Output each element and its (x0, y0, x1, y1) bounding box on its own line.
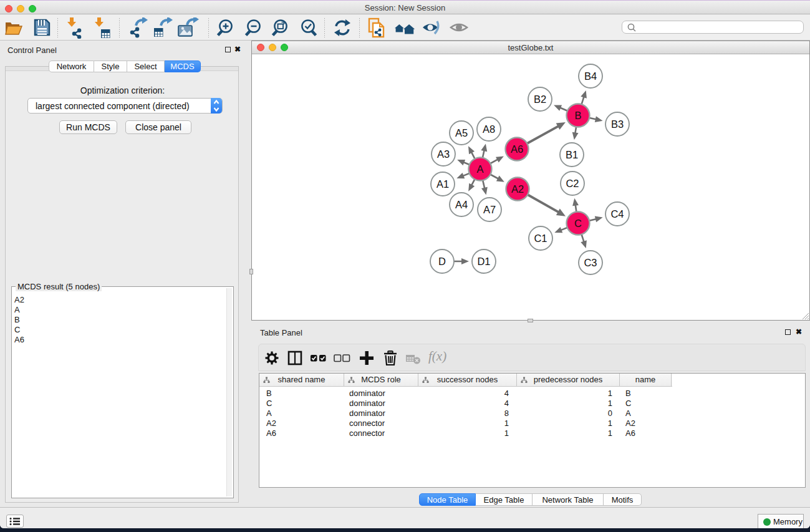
svg-text:A3: A3 (437, 148, 450, 160)
svg-text:A5: A5 (455, 127, 468, 138)
svg-text:A: A (476, 163, 483, 175)
svg-text:A7: A7 (483, 204, 496, 215)
svg-text:A8: A8 (483, 123, 495, 135)
svg-text:B4: B4 (584, 70, 597, 82)
svg-text:B1: B1 (566, 149, 578, 160)
svg-text:D1: D1 (477, 256, 490, 267)
svg-text:A2: A2 (511, 183, 524, 195)
svg-text:D: D (438, 256, 446, 267)
svg-text:C4: C4 (610, 208, 624, 220)
svg-text:A1: A1 (436, 178, 449, 190)
svg-text:C2: C2 (566, 178, 579, 189)
svg-text:C: C (574, 218, 582, 229)
svg-text:A6: A6 (511, 143, 523, 155)
svg-text:B2: B2 (534, 94, 546, 105)
svg-text:B3: B3 (611, 118, 624, 130)
svg-text:C1: C1 (534, 233, 547, 244)
svg-text:C3: C3 (584, 257, 597, 268)
svg-text:B: B (574, 110, 581, 121)
svg-text:A4: A4 (455, 199, 468, 210)
